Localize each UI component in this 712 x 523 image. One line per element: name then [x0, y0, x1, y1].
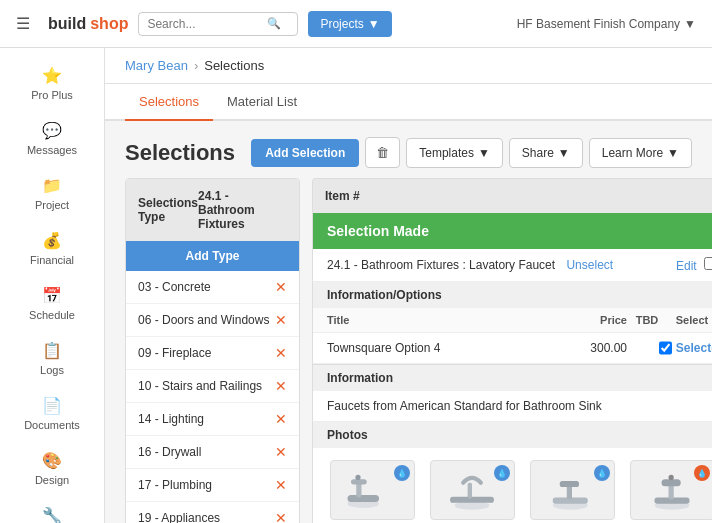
type-list: 03 - Concrete ✕ 06 - Doors and Windows ✕… [126, 271, 299, 523]
page-actions: Add Selection 🗑 Templates ▼ Share ▼ Lear… [251, 137, 692, 168]
info-options-label: Information/Options [312, 282, 712, 308]
sidebar-item-materials[interactable]: 🔧 Materials [0, 496, 104, 523]
svg-point-4 [355, 474, 360, 479]
sidebar-item-messages[interactable]: 💬 Messages [0, 111, 104, 166]
water-drop-icon-1: 💧 [394, 465, 410, 481]
edit-checkbox[interactable] [704, 257, 712, 270]
breadcrumb-parent[interactable]: Mary Bean [125, 58, 188, 73]
materials-icon: 🔧 [42, 506, 62, 523]
sidebar-label-pro-plus: Pro Plus [31, 89, 73, 101]
learn-more-chevron: ▼ [667, 146, 679, 160]
type-label: 09 - Fireplace [138, 346, 211, 360]
right-panel: Item # Selection Made 24.1 - Bathroom Fi… [312, 178, 712, 523]
type-item[interactable]: 14 - Lighting ✕ [126, 403, 299, 436]
templates-chevron: ▼ [478, 146, 490, 160]
search-icon: 🔍 [267, 17, 281, 30]
content-area: Selections Type 24.1 - Bathroom Fixtures… [105, 178, 712, 523]
schedule-icon: 📅 [42, 286, 62, 305]
templates-button[interactable]: Templates ▼ [406, 138, 503, 168]
photo-item[interactable]: 💧 Amarilis Option 1 [327, 460, 417, 523]
remove-type-icon[interactable]: ✕ [275, 345, 287, 361]
learn-more-button[interactable]: Learn More ▼ [589, 138, 692, 168]
remove-type-icon[interactable]: ✕ [275, 510, 287, 523]
sidebar-label-logs: Logs [40, 364, 64, 376]
col-header-price: Price [567, 314, 627, 326]
sidebar-label-financial: Financial [30, 254, 74, 266]
photo-item[interactable]: 💧 Townsquare Option 4 [627, 460, 712, 523]
share-button[interactable]: Share ▼ [509, 138, 583, 168]
photo-item[interactable]: 💧 Berwick Option 2 [427, 460, 517, 523]
row-title: Townsquare Option 4 [327, 341, 567, 355]
photos-label: Photos [312, 422, 712, 448]
remove-type-icon[interactable]: ✕ [275, 378, 287, 394]
search-input[interactable] [147, 17, 267, 31]
type-label: 17 - Plumbing [138, 478, 212, 492]
company-chevron: ▼ [684, 17, 696, 31]
menu-icon[interactable]: ☰ [16, 14, 30, 33]
photo-placeholder: 💧 [530, 460, 615, 520]
type-item[interactable]: 10 - Stairs and Railings ✕ [126, 370, 299, 403]
type-label: 06 - Doors and Windows [138, 313, 269, 327]
photo-placeholder: 💧 [630, 460, 713, 520]
sidebar-item-schedule[interactable]: 📅 Schedule [0, 276, 104, 331]
svg-rect-11 [560, 480, 579, 486]
row-select: Selected [667, 341, 712, 355]
remove-type-icon[interactable]: ✕ [275, 444, 287, 460]
messages-icon: 💬 [42, 121, 62, 140]
sidebar-label-messages: Messages [27, 144, 77, 156]
sidebar-item-project[interactable]: 📁 Project [0, 166, 104, 221]
search-box: 🔍 [138, 12, 298, 36]
unselect-link[interactable]: Unselect [566, 258, 613, 272]
water-drop-icon-4: 💧 [694, 465, 710, 481]
sidebar: ⭐ Pro Plus 💬 Messages 📁 Project 💰 Financ… [0, 48, 105, 523]
remove-type-icon[interactable]: ✕ [275, 411, 287, 427]
edit-link[interactable]: Edit [676, 257, 712, 273]
remove-type-icon[interactable]: ✕ [275, 312, 287, 328]
breadcrumb-separator: › [194, 58, 198, 73]
header: ☰ buildshop 🔍 Projects ▼ HF Basement Fin… [0, 0, 712, 48]
info-label: Information [312, 365, 712, 391]
left-panel-header: Selections Type 24.1 - Bathroom Fixtures [126, 179, 299, 241]
type-item[interactable]: 09 - Fireplace ✕ [126, 337, 299, 370]
page-title: Selections [125, 140, 235, 166]
left-panel: Selections Type 24.1 - Bathroom Fixtures… [125, 178, 300, 523]
selections-type-label: Selections Type [138, 196, 198, 224]
type-item[interactable]: 03 - Concrete ✕ [126, 271, 299, 304]
type-item[interactable]: 06 - Doors and Windows ✕ [126, 304, 299, 337]
sidebar-item-pro-plus[interactable]: ⭐ Pro Plus [0, 56, 104, 111]
selections-panel: Selections Type 24.1 - Bathroom Fixtures… [125, 178, 692, 523]
projects-button[interactable]: Projects ▼ [308, 11, 391, 37]
breadcrumb: Mary Bean › Selections [105, 48, 712, 84]
tab-selections[interactable]: Selections [125, 84, 213, 121]
type-item[interactable]: 19 - Appliances ✕ [126, 502, 299, 523]
company-selector[interactable]: HF Basement Finish Company ▼ [517, 17, 696, 31]
remove-type-icon[interactable]: ✕ [275, 279, 287, 295]
delete-button[interactable]: 🗑 [365, 137, 400, 168]
remove-type-icon[interactable]: ✕ [275, 477, 287, 493]
add-type-button[interactable]: Add Type [126, 241, 299, 271]
sidebar-item-documents[interactable]: 📄 Documents [0, 386, 104, 441]
sidebar-item-design[interactable]: 🎨 Design [0, 441, 104, 496]
pro-plus-icon: ⭐ [42, 66, 62, 85]
share-chevron: ▼ [558, 146, 570, 160]
photos-section: 💧 Amarilis Option 1 [312, 448, 712, 523]
photo-item[interactable]: 💧 Dazzle Option 3 [527, 460, 617, 523]
sidebar-item-logs[interactable]: 📋 Logs [0, 331, 104, 386]
financial-icon: 💰 [42, 231, 62, 250]
svg-rect-6 [450, 496, 494, 502]
select-checkbox[interactable] [659, 341, 672, 355]
tabs-bar: Selections Material List [105, 84, 712, 121]
info-table: Title Price TBD Select Townsquare Option… [312, 308, 712, 365]
add-selection-button[interactable]: Add Selection [251, 139, 359, 167]
tab-material-list[interactable]: Material List [213, 84, 311, 121]
type-item[interactable]: 16 - Drywall ✕ [126, 436, 299, 469]
logs-icon: 📋 [42, 341, 62, 360]
projects-label: Projects [320, 17, 363, 31]
table-row: Townsquare Option 4 300.00 Selected [313, 333, 712, 364]
breadcrumb-current: Selections [204, 58, 264, 73]
type-item[interactable]: 17 - Plumbing ✕ [126, 469, 299, 502]
header-left: ☰ buildshop 🔍 Projects ▼ [16, 11, 392, 37]
page-header: Selections Add Selection 🗑 Templates ▼ S… [105, 121, 712, 178]
main-content: Mary Bean › Selections Selections Materi… [105, 48, 712, 523]
sidebar-item-financial[interactable]: 💰 Financial [0, 221, 104, 276]
